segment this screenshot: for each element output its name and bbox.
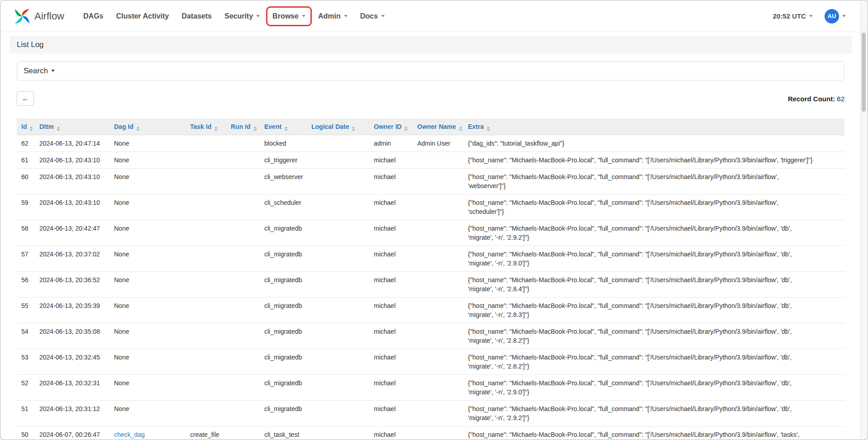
cell-extra: {"host_name": "Michaels-MacBook-Pro.loca… (463, 152, 844, 169)
cell-dttm: 2024-06-13, 20:43:10 (35, 169, 110, 194)
column-header-label: Id (21, 123, 27, 130)
scrollbar-thumb[interactable] (862, 33, 866, 112)
column-header-owner-id[interactable]: Owner ID (369, 118, 413, 135)
cell-run-id (226, 426, 260, 440)
back-button[interactable]: ← (17, 91, 34, 106)
cell-id: 61 (17, 152, 35, 169)
page-title-bar: List Log (10, 36, 852, 54)
cell-owner-name (413, 272, 463, 298)
nav-item-dags[interactable]: DAGs (77, 9, 110, 24)
table-row: 572024-06-13, 20:37:02Nonecli_migratedbm… (17, 246, 844, 272)
column-header-dttm[interactable]: Dttm (35, 118, 110, 135)
sort-icon (136, 127, 140, 131)
chevron-down-icon (51, 70, 55, 72)
cell-id: 60 (17, 169, 35, 194)
column-header-run-id[interactable]: Run Id (226, 118, 260, 135)
nav-item-label: Admin (318, 12, 341, 20)
column-header-label: Extra (468, 123, 484, 130)
cell-event: cli_triggerer (260, 152, 307, 169)
cell-owner-id: michael (369, 349, 413, 375)
airflow-brand[interactable]: Airflow (14, 8, 64, 24)
page-title: List Log (17, 40, 44, 49)
cell-dag-id: None (110, 135, 186, 152)
cell-extra: {"host_name": "Michaels-MacBook-Pro.loca… (463, 246, 844, 272)
table-row: 512024-06-13, 20:31:12Nonecli_migratedbm… (17, 401, 844, 426)
nav-item-datasets[interactable]: Datasets (175, 9, 218, 24)
cell-task-id: create_file (186, 426, 226, 440)
cell-dag-id: None (110, 152, 186, 169)
cell-owner-id: michael (369, 426, 413, 440)
column-header-task-id[interactable]: Task Id (186, 118, 226, 135)
chevron-down-icon (302, 15, 305, 17)
cell-run-id (226, 194, 260, 220)
column-header-label: Event (264, 123, 281, 130)
dag-link[interactable]: check_dag (114, 431, 145, 438)
cell-owner-name (413, 194, 463, 220)
scrollbar-track[interactable] (860, 1, 867, 439)
table-row: 522024-06-13, 20:32:31Nonecli_migratedbm… (17, 375, 844, 401)
cell-dag-id: None (110, 272, 186, 298)
table-row: 592024-06-13, 20:43:10Nonecli_schedulerm… (17, 194, 844, 220)
sort-icon (284, 127, 288, 131)
cell-extra: {"host_name": "Michaels-MacBook-Pro.loca… (463, 375, 844, 401)
cell-run-id (226, 375, 260, 401)
table-row: 602024-06-13, 20:43:10Nonecli_webserverm… (17, 169, 844, 194)
user-menu[interactable]: AU (825, 9, 846, 24)
nav-item-docs[interactable]: Docs (354, 9, 391, 24)
cell-id: 52 (17, 375, 35, 401)
column-header-owner-name[interactable]: Owner Name (413, 118, 463, 135)
nav-item-admin[interactable]: Admin (312, 9, 354, 24)
cell-dttm: 2024-06-13, 20:35:08 (35, 323, 110, 349)
cell-dttm: 2024-06-13, 20:43:10 (35, 194, 110, 220)
nav-item-cluster-activity[interactable]: Cluster Activity (110, 9, 175, 24)
column-header-label: Dag Id (114, 123, 134, 130)
cell-event: cli_migratedb (260, 401, 307, 426)
cell-owner-name (413, 169, 463, 194)
nav-item-label: Docs (360, 12, 378, 20)
nav-menu: DAGs Cluster Activity Datasets Security … (77, 9, 391, 24)
nav-item-browse-highlighted[interactable]: Browse (266, 9, 312, 24)
cell-run-id (226, 169, 260, 194)
nav-item-security[interactable]: Security (218, 9, 266, 24)
cell-owner-name (413, 246, 463, 272)
cell-logical-date (307, 152, 369, 169)
cell-owner-id: michael (369, 272, 413, 298)
cell-owner-name (413, 349, 463, 375)
column-header-id[interactable]: Id (17, 118, 35, 135)
record-count-value: 62 (837, 95, 844, 103)
cell-dttm: 2024-06-13, 20:36:52 (35, 272, 110, 298)
cell-logical-date (307, 401, 369, 426)
cell-event: cli_migratedb (260, 298, 307, 323)
search-dropdown[interactable]: Search (17, 61, 844, 80)
cell-dag-id: None (110, 220, 186, 246)
cell-dttm: 2024-06-07, 00:26:47 (35, 426, 110, 440)
column-header-label: Owner Name (417, 123, 456, 130)
column-header-label: Dttm (39, 123, 54, 130)
cell-id: 50 (17, 426, 35, 440)
cell-logical-date (307, 349, 369, 375)
table-row: 562024-06-13, 20:36:52Nonecli_migratedbm… (17, 272, 844, 298)
column-header-logical-date[interactable]: Logical Date (307, 118, 369, 135)
avatar: AU (825, 9, 839, 24)
cell-task-id (186, 401, 226, 426)
cell-event: cli_task_test (260, 426, 307, 440)
column-header-dag-id[interactable]: Dag Id (110, 118, 186, 135)
cell-dag-id: check_dag (110, 426, 186, 440)
chevron-down-icon (842, 15, 846, 17)
clock-dropdown[interactable]: 20:52 UTC (773, 12, 813, 20)
table-row: 612024-06-13, 20:43:10Nonecli_triggererm… (17, 152, 844, 169)
cell-task-id (186, 152, 226, 169)
cell-owner-name (413, 220, 463, 246)
column-header-label: Run Id (231, 123, 251, 130)
cell-run-id (226, 349, 260, 375)
column-header-event[interactable]: Event (260, 118, 307, 135)
record-count: Record Count: 62 (788, 95, 844, 103)
cell-run-id (226, 246, 260, 272)
column-header-extra[interactable]: Extra (463, 118, 844, 135)
cell-logical-date (307, 169, 369, 194)
cell-owner-id: michael (369, 152, 413, 169)
table-row: 532024-06-13, 20:32:45Nonecli_migratedbm… (17, 349, 844, 375)
cell-extra: {"host_name": "Michaels-MacBook-Pro.loca… (463, 194, 844, 220)
browser-window: Airflow DAGs Cluster Activity Datasets S… (0, 0, 868, 440)
cell-task-id (186, 135, 226, 152)
